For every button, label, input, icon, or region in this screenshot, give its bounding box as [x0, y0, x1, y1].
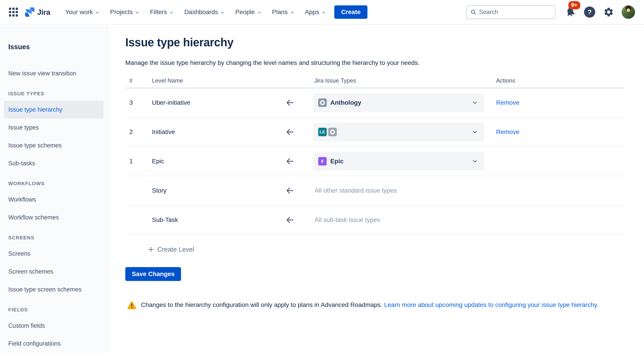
jira-logo[interactable]: Jira	[24, 7, 50, 17]
sidebar-item-sub-tasks[interactable]: Sub-tasks	[0, 154, 108, 172]
sidebar-item-workflows[interactable]: Workflows	[0, 190, 108, 208]
create-level-button[interactable]: Create Level	[148, 242, 194, 256]
sidebar-item-screens[interactable]: Screens	[0, 245, 108, 262]
header-actions: Actions	[496, 77, 515, 84]
chevron-down-icon	[472, 129, 478, 135]
sidebar-item-issue-type-schemes[interactable]: Issue type schemes	[0, 136, 108, 154]
sidebar-item-screen-schemes[interactable]: Screen schemes	[0, 262, 108, 280]
chevron-down-icon	[257, 10, 262, 15]
warning-text: Changes to the hierarchy configuration w…	[141, 301, 598, 308]
table-header: # Level Name Jira Issue Types Actions	[125, 76, 625, 88]
issue-type-le-icon: LE	[318, 128, 327, 136]
chevron-down-icon	[472, 158, 478, 164]
remove-link[interactable]: Remove	[496, 128, 519, 136]
notifications-button[interactable]: 9+	[565, 6, 576, 18]
nav-item-projects[interactable]: Projects	[105, 0, 145, 24]
nav-item-dashboards[interactable]: Dashboards	[179, 0, 230, 24]
help-button[interactable]: ?	[584, 6, 595, 18]
selected-issue-type: Anthology	[330, 99, 361, 106]
selected-issue-type: Epic	[330, 158, 344, 165]
level-number: 2	[129, 128, 133, 136]
plus-icon	[148, 246, 154, 253]
epic-bolt-icon	[318, 157, 327, 166]
sidebar-title: Issues	[8, 43, 108, 51]
main-content: Issue type hierarchy Manage the issue ty…	[108, 25, 644, 353]
left-arrow-icon[interactable]	[286, 216, 294, 224]
level-name: Uber-initiative	[152, 99, 190, 106]
search-icon	[470, 9, 476, 16]
chevron-down-icon	[169, 10, 174, 15]
sidebar-item-new-issue-view-transition[interactable]: New issue view transition	[0, 64, 108, 82]
issue-types-select[interactable]: Anthology	[313, 93, 484, 112]
chevron-down-icon	[321, 10, 326, 15]
table-row-initiative: 2 Initiative LE Remove	[125, 118, 625, 147]
nav-item-filters[interactable]: Filters	[145, 0, 179, 24]
remove-link[interactable]: Remove	[496, 99, 519, 106]
sidebar-section-fields: FIELDS	[0, 303, 108, 317]
create-button[interactable]: Create	[334, 5, 367, 19]
left-arrow-icon[interactable]	[286, 157, 294, 166]
sidebar-item-issue-type-hierarchy[interactable]: Issue type hierarchy	[4, 101, 104, 118]
table-row-epic: 1 Epic Epic	[125, 147, 625, 176]
level-name: Sub-Task	[152, 216, 178, 224]
top-navigation: Jira Your work Projects Filters Dashboar…	[0, 0, 644, 24]
user-avatar[interactable]	[622, 5, 635, 19]
header-number: #	[129, 77, 132, 84]
chevron-down-icon	[290, 10, 295, 15]
gear-icon	[603, 7, 614, 18]
issue-types-select[interactable]: LE	[313, 122, 484, 142]
nav-item-people[interactable]: People	[230, 0, 267, 24]
sidebar-item-workflow-schemes[interactable]: Workflow schemes	[0, 208, 108, 226]
app-switcher-icon[interactable]	[9, 8, 18, 16]
jira-logo-icon	[24, 7, 35, 17]
notification-count-badge: 9+	[568, 1, 580, 10]
level-number: 3	[129, 99, 133, 106]
search-input[interactable]	[479, 9, 551, 16]
sidebar-item-issue-types[interactable]: Issue types	[0, 118, 108, 136]
chevron-down-icon	[135, 10, 140, 15]
nav-item-plans[interactable]: Plans	[267, 0, 300, 24]
left-arrow-icon[interactable]	[286, 128, 294, 136]
nav-right-group: 9+ ?	[466, 5, 635, 19]
level-name: Initiative	[152, 128, 175, 136]
nav-item-apps[interactable]: Apps	[300, 0, 332, 24]
search-box[interactable]	[466, 5, 556, 19]
sidebar-section-issue-types: ISSUE TYPES	[0, 87, 108, 101]
level-number: 1	[129, 158, 133, 165]
issue-types-select[interactable]: Epic	[313, 152, 484, 171]
hierarchy-table: # Level Name Jira Issue Types Actions 3 …	[125, 76, 625, 235]
issue-types-static-text: All sub-task issue types	[314, 216, 380, 224]
chevron-down-icon	[95, 10, 100, 15]
page-title: Issue type hierarchy	[125, 36, 644, 49]
left-arrow-icon[interactable]	[286, 98, 294, 107]
left-arrow-icon[interactable]	[286, 186, 294, 195]
sidebar-section-workflows: WORKFLOWS	[0, 177, 108, 190]
table-row-uber-initiative: 3 Uber-initiative Anthology Remove	[125, 88, 625, 118]
nav-item-your-work[interactable]: Your work	[60, 0, 105, 24]
header-jira-issue-types: Jira Issue Types	[314, 77, 356, 84]
settings-button[interactable]	[603, 7, 614, 18]
level-name: Epic	[152, 158, 164, 165]
issue-type-ring-icon	[328, 128, 337, 136]
question-mark-icon: ?	[588, 8, 592, 16]
level-name: Story	[152, 187, 166, 194]
sidebar-item-custom-fields[interactable]: Custom fields	[0, 317, 108, 335]
sidebar-item-field-configurations[interactable]: Field configurations	[0, 335, 108, 352]
settings-sidebar: Issues New issue view transition ISSUE T…	[0, 25, 108, 353]
table-row-sub-task: Sub-Task All sub-task issue types	[125, 206, 625, 235]
header-level-name: Level Name	[152, 77, 183, 84]
issue-types-static-text: All other standard issue types	[314, 187, 397, 194]
table-row-story: Story All other standard issue types	[125, 176, 625, 206]
chevron-down-icon	[220, 10, 225, 15]
issue-type-ring-icon	[318, 98, 327, 107]
chevron-down-icon	[472, 100, 478, 106]
warning-banner: Changes to the hierarchy configuration w…	[127, 300, 644, 310]
warning-icon	[127, 300, 136, 310]
sidebar-section-screens: SCREENS	[0, 231, 108, 245]
sidebar-item-issue-type-screen-schemes[interactable]: Issue type screen schemes	[0, 280, 108, 298]
logo-text: Jira	[37, 8, 50, 16]
learn-more-link[interactable]: Learn more about upcoming updates to con…	[384, 301, 598, 308]
page-description: Manage the issue type hierarchy by chang…	[125, 59, 644, 66]
save-changes-button[interactable]: Save Changes	[125, 267, 181, 281]
